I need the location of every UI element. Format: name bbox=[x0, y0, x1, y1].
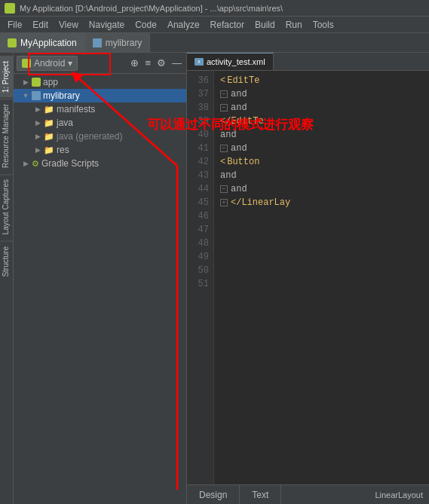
tab-text[interactable]: Text bbox=[240, 485, 281, 504]
tree-arrow-mylibrary: ▼ bbox=[22, 92, 29, 99]
line-num-38: 38 bbox=[192, 101, 209, 115]
collapse-37[interactable]: − bbox=[220, 90, 228, 98]
list-icon[interactable]: ≡ bbox=[143, 56, 152, 70]
line-num-42: 42 bbox=[192, 155, 209, 169]
app-window: My Application [D:\Android_project\MyApp… bbox=[0, 0, 429, 504]
android-folder-icon bbox=[32, 78, 41, 87]
tree-label-java-gen: java (generated) bbox=[57, 131, 122, 142]
tree-arrow-gradle: ▶ bbox=[22, 160, 29, 167]
folder-icon-manifests: 📁 bbox=[44, 105, 54, 115]
menu-bar: File Edit View Navigate Code Analyze Ref… bbox=[0, 17, 429, 33]
settings-icon[interactable]: ⚙ bbox=[155, 56, 167, 70]
editor-tab-bar: x activity_test.xml bbox=[187, 53, 429, 71]
line-num-39: 39 bbox=[192, 115, 209, 128]
android-tab-icon bbox=[8, 38, 17, 47]
tree-label-res: res bbox=[57, 145, 69, 155]
menu-analyze[interactable]: Analyze bbox=[163, 18, 204, 32]
tree-item-app[interactable]: ▶ app bbox=[14, 75, 186, 89]
tree-label-mylibrary: mylibrary bbox=[43, 90, 80, 101]
menu-refactor[interactable]: Refactor bbox=[206, 18, 249, 32]
code-view: 36 37 38 39 40 41 42 43 44 45 46 47 48 4… bbox=[187, 71, 429, 484]
android-dropdown-icon bbox=[22, 59, 31, 68]
tab-design-label: Design bbox=[199, 490, 227, 500]
android-dropdown[interactable]: Android ▾ bbox=[17, 56, 78, 71]
tree-arrow-app: ▶ bbox=[22, 78, 29, 86]
line-num-40: 40 bbox=[192, 128, 209, 142]
toolbar-icons: ⊕ ≡ ⚙ — bbox=[129, 56, 183, 70]
app-icon bbox=[5, 3, 15, 14]
code-line-38: − and bbox=[220, 101, 423, 115]
line-num-50: 50 bbox=[192, 264, 209, 277]
tab-myapplication-label: MyApplication bbox=[20, 38, 77, 48]
line-num-44: 44 bbox=[192, 182, 209, 196]
project-tree: ▶ app ▼ mylibrary ▶ 📁 manifests bbox=[14, 74, 186, 504]
xml-file-icon: x bbox=[195, 58, 204, 66]
window-title: My Application [D:\Android_project\MyApp… bbox=[20, 4, 283, 13]
line-num-41: 41 bbox=[192, 142, 209, 155]
title-bar: My Application [D:\Android_project\MyApp… bbox=[0, 0, 429, 17]
tree-arrow-java: ▶ bbox=[34, 119, 41, 127]
line-num-37: 37 bbox=[192, 87, 209, 101]
tab-design[interactable]: Design bbox=[187, 485, 240, 504]
code-line-41: − and bbox=[220, 142, 423, 155]
gradle-icon: ⚙ bbox=[32, 159, 39, 169]
collapse-45[interactable]: − bbox=[220, 185, 228, 193]
side-tab-structure[interactable]: Structure bbox=[0, 241, 13, 282]
menu-edit[interactable]: Edit bbox=[28, 18, 53, 32]
side-tab-resource-manager[interactable]: Resource Manager bbox=[0, 99, 13, 173]
editor-tab-label: activity_test.xml bbox=[207, 57, 265, 66]
tree-item-manifests[interactable]: ▶ 📁 manifests bbox=[14, 102, 186, 116]
menu-build[interactable]: Build bbox=[250, 18, 280, 32]
line-numbers: 36 37 38 39 40 41 42 43 44 45 46 47 48 4… bbox=[187, 71, 214, 484]
chevron-down-icon: ▾ bbox=[68, 58, 72, 69]
collapse-41[interactable]: − bbox=[220, 145, 228, 152]
line-num-45: 45 bbox=[192, 196, 209, 209]
project-toolbar: Android ▾ ⊕ ≡ ⚙ — bbox=[14, 53, 186, 74]
tree-item-java[interactable]: ▶ 📁 java bbox=[14, 116, 186, 130]
tree-item-mylibrary[interactable]: ▼ mylibrary bbox=[14, 89, 186, 102]
tab-mylibrary[interactable]: mylibrary bbox=[85, 33, 151, 52]
collapse-38[interactable]: − bbox=[220, 104, 228, 111]
editor-area: x activity_test.xml 36 37 38 39 40 41 42… bbox=[187, 53, 429, 504]
tab-text-label: Text bbox=[252, 490, 268, 500]
menu-tools[interactable]: Tools bbox=[308, 18, 339, 32]
side-tab-layout-captures[interactable]: Layout Captures bbox=[0, 174, 13, 239]
line-num-46: 46 bbox=[192, 209, 209, 223]
lib-folder-icon bbox=[32, 91, 41, 100]
tree-arrow-java-gen: ▶ bbox=[34, 133, 41, 140]
project-panel: Android ▾ ⊕ ≡ ⚙ — ▶ app bbox=[14, 53, 187, 504]
menu-navigate[interactable]: Navigate bbox=[84, 18, 129, 32]
line-num-51: 51 bbox=[192, 277, 209, 291]
android-dropdown-label: Android bbox=[34, 58, 65, 69]
tree-item-gradle[interactable]: ▶ ⚙ Gradle Scripts bbox=[14, 157, 186, 170]
tree-item-res[interactable]: ▶ 📁 res bbox=[14, 143, 186, 157]
main-area: 1: Project Resource Manager Layout Captu… bbox=[0, 53, 429, 504]
code-content: <EditTe − and − and </EditTe and bbox=[214, 71, 429, 484]
menu-view[interactable]: View bbox=[54, 18, 83, 32]
code-line-36: <EditTe bbox=[220, 74, 423, 87]
menu-file[interactable]: File bbox=[3, 18, 26, 32]
line-num-47: 47 bbox=[192, 223, 209, 237]
side-tabs-left: 1: Project Resource Manager Layout Captu… bbox=[0, 53, 14, 504]
tree-item-java-generated[interactable]: ▶ 📁 java (generated) bbox=[14, 130, 186, 143]
minimize-icon[interactable]: — bbox=[170, 56, 183, 70]
tree-label-java: java bbox=[57, 118, 73, 128]
code-line-40: and bbox=[220, 128, 423, 142]
menu-run[interactable]: Run bbox=[281, 18, 307, 32]
sync-icon[interactable]: ⊕ bbox=[129, 56, 140, 70]
code-line-51: + </LinearLay bbox=[220, 196, 423, 209]
line-num-36: 36 bbox=[192, 74, 209, 87]
code-line-44: and bbox=[220, 169, 423, 182]
folder-icon-java-gen: 📁 bbox=[44, 132, 54, 142]
tab-mylibrary-label: mylibrary bbox=[106, 38, 142, 48]
line-num-48: 48 bbox=[192, 237, 209, 250]
line-num-43: 43 bbox=[192, 169, 209, 182]
collapse-51[interactable]: + bbox=[220, 199, 228, 206]
side-tab-project[interactable]: 1: Project bbox=[0, 56, 13, 97]
tab-myapplication[interactable]: MyApplication bbox=[0, 33, 85, 52]
bottom-tab-bar: Design Text LinearLayout bbox=[187, 484, 429, 504]
tree-label-gradle: Gradle Scripts bbox=[41, 158, 99, 169]
editor-tab-activity-test[interactable]: x activity_test.xml bbox=[187, 53, 274, 70]
tree-label-manifests: manifests bbox=[57, 104, 95, 115]
menu-code[interactable]: Code bbox=[130, 18, 161, 32]
